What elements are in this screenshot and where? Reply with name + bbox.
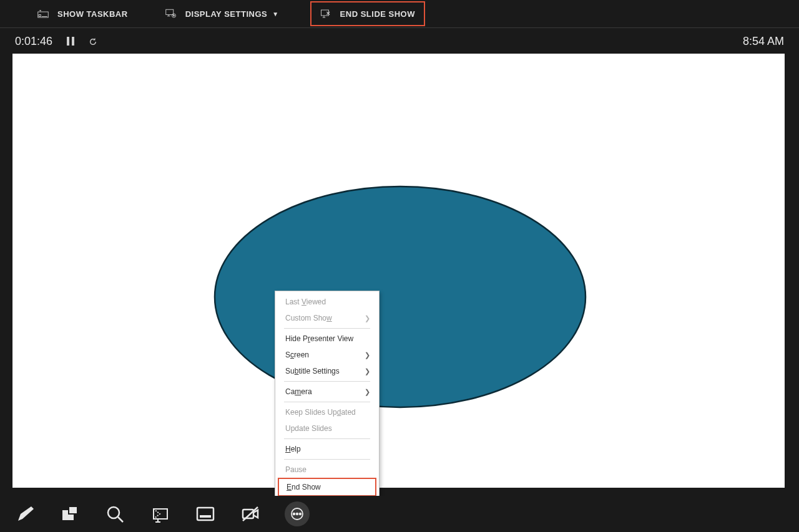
svg-line-16 [118, 517, 123, 522]
chevron-right-icon: ❯ [365, 351, 370, 359]
restart-icon[interactable] [89, 36, 97, 46]
menu-hide-presenter-view[interactable]: Hide Presenter View [275, 331, 379, 347]
menu-subtitle-settings[interactable]: Subtitle Settings ❯ [275, 363, 379, 379]
slide-shape-ellipse [215, 186, 586, 407]
menu-custom-show: Custom Show ❯ [275, 310, 379, 326]
end-slide-show-button[interactable]: END SLIDE SHOW [310, 1, 425, 26]
menu-help[interactable]: Help [275, 441, 379, 457]
layout-tool[interactable] [60, 503, 81, 525]
display-settings-label: DISPLAY SETTINGS [185, 9, 268, 19]
menu-divider [284, 438, 370, 439]
menu-end-show[interactable]: End Show [278, 478, 376, 496]
camera-off-tool[interactable] [240, 503, 261, 525]
slide-canvas [12, 54, 785, 488]
menu-divider [284, 402, 370, 402]
display-settings-icon [165, 9, 177, 19]
menu-divider [284, 381, 370, 382]
chevron-right-icon: ❯ [365, 367, 370, 375]
menu-screen[interactable]: Screen ❯ [275, 347, 379, 363]
clock-time: 8:54 AM [743, 35, 784, 48]
pen-tool[interactable] [15, 503, 36, 525]
menu-update-slides: Update Slides [275, 420, 379, 437]
subtitles-tool[interactable] [195, 503, 216, 525]
menu-last-viewed: Last Viewed [275, 294, 379, 310]
svg-rect-3 [165, 9, 173, 14]
display-settings-button[interactable]: DISPLAY SETTINGS ▼ [159, 4, 285, 24]
timer-bar: 0:01:46 8:54 AM [0, 31, 799, 52]
context-menu: Last Viewed Custom Show ❯ Hide Presenter… [275, 291, 380, 500]
svg-point-25 [293, 513, 295, 515]
svg-rect-1 [39, 15, 41, 17]
menu-divider [284, 328, 370, 329]
chevron-right-icon: ❯ [365, 314, 370, 322]
svg-rect-20 [197, 508, 213, 520]
svg-rect-11 [67, 37, 69, 46]
menu-keep-slides-updated: Keep Slides Updated [275, 404, 379, 420]
menu-camera[interactable]: Camera ❯ [275, 384, 379, 400]
svg-point-7 [173, 15, 174, 16]
end-show-icon [320, 9, 331, 19]
pause-icon[interactable] [66, 36, 75, 46]
svg-rect-12 [72, 37, 74, 46]
svg-rect-14 [69, 506, 77, 514]
more-options-button[interactable] [285, 501, 310, 526]
bottom-toolbar [0, 496, 799, 532]
svg-rect-21 [200, 515, 211, 518]
taskbar-icon [37, 9, 49, 19]
svg-point-26 [297, 513, 298, 515]
menu-divider [284, 459, 370, 460]
svg-point-15 [108, 507, 119, 518]
laser-tool[interactable] [150, 503, 171, 525]
chevron-right-icon: ❯ [365, 388, 370, 396]
chevron-down-icon: ▼ [272, 11, 278, 17]
show-taskbar-label: SHOW TASKBAR [57, 9, 128, 19]
menu-pause: Pause [275, 462, 379, 478]
show-taskbar-button[interactable]: SHOW TASKBAR [31, 4, 134, 24]
svg-point-27 [300, 513, 301, 515]
top-toolbar: SHOW TASKBAR DISPLAY SETTINGS ▼ END SLID… [0, 0, 799, 28]
elapsed-time: 0:01:46 [15, 35, 52, 48]
zoom-tool[interactable] [105, 503, 126, 525]
end-slide-show-label: END SLIDE SHOW [340, 9, 415, 19]
